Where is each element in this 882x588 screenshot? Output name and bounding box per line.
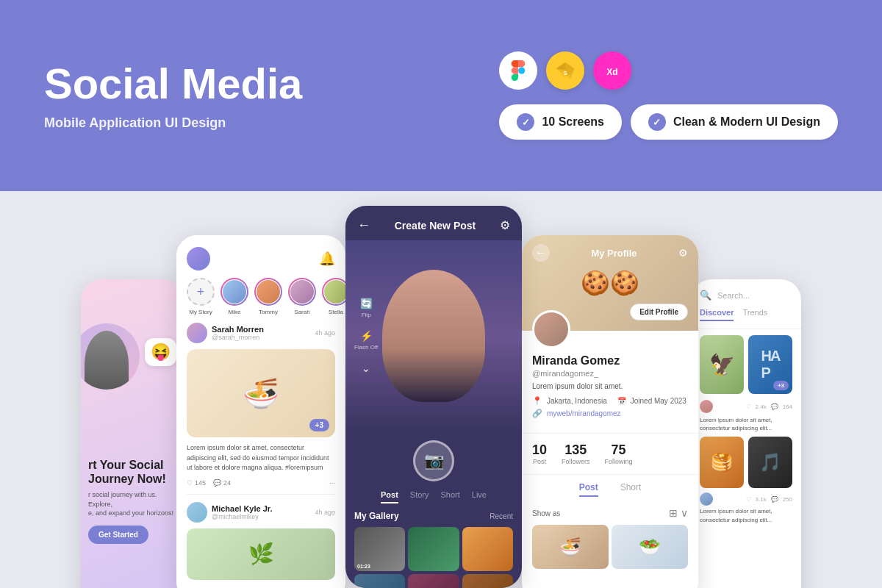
s4-item-1-content: 🍜 bbox=[532, 525, 609, 569]
s4-stat-followers: 135 Followers bbox=[562, 442, 590, 465]
heart-icon-s5-2: ♡ bbox=[746, 496, 751, 503]
s4-tab-short[interactable]: Short bbox=[620, 482, 642, 497]
s2-post-1-handle: @sarah_morren bbox=[212, 334, 264, 341]
s5-content: 🦅 HAP +3 ♡ 2.4k 💬 164 bbox=[691, 329, 801, 530]
s4-back-button[interactable]: ← bbox=[532, 244, 550, 262]
story-my[interactable]: + My Story bbox=[187, 278, 215, 315]
s4-following-count: 75 bbox=[612, 442, 626, 458]
s5-img-2[interactable]: HAP +3 bbox=[748, 335, 792, 394]
s4-grid-item-1[interactable]: 🍜 bbox=[532, 525, 609, 569]
s4-location: 📍 Jakarta, Indonesia 📅 Joined May 2023 bbox=[532, 396, 688, 406]
s4-grid-toggle[interactable]: ⊞ ∨ bbox=[669, 507, 688, 519]
story-tommy[interactable]: Tommy bbox=[254, 278, 282, 315]
s5-tab-trends[interactable]: Trends bbox=[742, 308, 767, 321]
like-count: 145 bbox=[195, 479, 206, 487]
s3-thumb-2[interactable] bbox=[408, 527, 459, 571]
comment-count: 24 bbox=[223, 479, 231, 487]
s2-post-1-user: Sarah Morren @sarah_morren bbox=[187, 323, 264, 343]
s5-search-bar[interactable]: 🔍 Search... bbox=[691, 279, 801, 308]
s3-thumb-3[interactable] bbox=[462, 527, 513, 571]
flash-icon: ⚡ bbox=[360, 330, 373, 342]
s2-comment-action[interactable]: 💬 24 bbox=[213, 479, 231, 487]
s5-post-2-avatar bbox=[700, 492, 713, 506]
s4-joined-text: Joined May 2023 bbox=[631, 397, 686, 405]
more-icon: ··· bbox=[329, 479, 335, 487]
s4-edit-button[interactable]: Edit Profile bbox=[630, 304, 688, 320]
hero-left: Social Media Mobile Application UI Desig… bbox=[44, 60, 499, 132]
sketch-icon: S bbox=[546, 51, 584, 90]
s3-capture-button[interactable]: 📷 bbox=[413, 440, 454, 481]
comment-icon-s5: 💬 bbox=[771, 404, 778, 410]
s4-gear-icon[interactable]: ⚙ bbox=[678, 247, 688, 259]
s3-back-icon[interactable]: ← bbox=[357, 218, 370, 233]
s5-img-1[interactable]: 🦅 bbox=[700, 335, 744, 394]
story-mike-avatar bbox=[223, 280, 246, 304]
person-circle-1 bbox=[81, 323, 140, 390]
s2-stories: + My Story Mike Tommy Sarah bbox=[176, 278, 345, 323]
s4-posts-label: Post bbox=[533, 458, 546, 465]
s3-tabs: Post Story Short Live bbox=[345, 490, 522, 511]
story-sarah[interactable]: Sarah bbox=[288, 278, 316, 315]
heart-icon: ♡ bbox=[187, 479, 193, 487]
s3-flash-tool[interactable]: ⚡ Flash Off bbox=[354, 330, 378, 351]
s3-face-silhouette bbox=[382, 270, 485, 402]
screen1-content: rt Your SocialJourney Now! r social jour… bbox=[81, 458, 184, 544]
get-started-button[interactable]: Get Started bbox=[88, 526, 148, 544]
story-mike[interactable]: Mike bbox=[220, 278, 248, 315]
s2-post-1-avatar bbox=[187, 323, 207, 343]
s3-more-tool[interactable]: ⌄ bbox=[354, 362, 378, 374]
link-icon: 🔗 bbox=[532, 409, 542, 418]
hero-section: Social Media Mobile Application UI Desig… bbox=[0, 0, 882, 191]
s2-post-1-name: Sarah Morren bbox=[212, 325, 264, 334]
s2-post-badge: +3 bbox=[309, 419, 329, 431]
s4-avatar-area bbox=[532, 310, 570, 348]
s3-tab-short[interactable]: Short bbox=[441, 490, 460, 503]
s3-gear-icon[interactable]: ⚙ bbox=[500, 218, 510, 232]
s3-gallery-header: My Gallery Recent bbox=[354, 511, 513, 521]
s3-title: Create New Post bbox=[395, 220, 476, 232]
s5-post-2-stats: ♡ 3.1k 💬 250 bbox=[746, 496, 792, 503]
s2-post-1: Sarah Morren @sarah_morren 4h ago 🍜 +3 L… bbox=[176, 323, 345, 487]
story-mike-name: Mike bbox=[229, 309, 241, 315]
bell-icon: 🔔 bbox=[319, 251, 335, 267]
s3-thumb-6[interactable] bbox=[462, 574, 513, 588]
s4-stat-following: 75 Following bbox=[605, 442, 633, 465]
s5-img-1-content: 🦅 bbox=[700, 335, 744, 394]
s3-gallery-grid: 01:23 00:40 bbox=[354, 527, 513, 588]
s3-thumb-1[interactable]: 01:23 bbox=[354, 527, 405, 571]
s4-profile-handle: @mirandagomez_ bbox=[532, 369, 688, 378]
s5-comment-count: 164 bbox=[783, 404, 792, 410]
s2-post-1-actions: ♡ 145 💬 24 ··· bbox=[187, 479, 335, 487]
s5-post-1-header: ♡ 2.4k 💬 164 bbox=[700, 400, 792, 413]
s3-flash-label: Flash Off bbox=[354, 344, 378, 351]
s5-tab-discover[interactable]: Discover bbox=[700, 308, 734, 321]
screen-1-card: 😝 rt Your SocialJourney Now! r social jo… bbox=[81, 279, 184, 588]
s3-thumb-4[interactable] bbox=[354, 574, 405, 588]
figma-icon bbox=[499, 51, 537, 90]
s5-search-placeholder: Search... bbox=[717, 291, 750, 300]
s3-tab-live[interactable]: Live bbox=[472, 490, 487, 503]
s4-show-as-label: Show as bbox=[532, 509, 560, 517]
s5-post-1-stats: ♡ 2.4k 💬 164 bbox=[746, 404, 792, 410]
s4-followers-label: Followers bbox=[562, 458, 590, 465]
s3-flip-tool[interactable]: 🔄 Flip bbox=[354, 298, 378, 318]
s2-like-action[interactable]: ♡ 145 bbox=[187, 479, 206, 487]
s4-profile-meta: 📍 Jakarta, Indonesia 📅 Joined May 2023 🔗… bbox=[532, 396, 688, 418]
s3-tab-post[interactable]: Post bbox=[381, 490, 398, 503]
more-tools-icon: ⌄ bbox=[362, 362, 370, 374]
story-stella[interactable]: Stella bbox=[322, 278, 345, 315]
s4-grid-item-2[interactable]: 🥗 bbox=[612, 525, 688, 569]
s4-website-text[interactable]: myweb/mirandagomez bbox=[547, 409, 621, 417]
s4-stat-posts: 10 Post bbox=[532, 442, 547, 465]
s2-more-action[interactable]: ··· bbox=[329, 479, 335, 487]
s5-search-icon: 🔍 bbox=[700, 290, 711, 301]
s3-thumb-5[interactable]: 00:40 bbox=[408, 574, 459, 588]
check-icon-1: ✓ bbox=[517, 113, 534, 131]
s4-cover: 🍪🍪 ← My Profile ⚙ Edit Profile bbox=[522, 235, 698, 331]
s5-img-4[interactable]: 🎵 bbox=[748, 437, 792, 488]
s3-tab-story[interactable]: Story bbox=[410, 490, 429, 503]
s4-tab-post[interactable]: Post bbox=[579, 482, 598, 497]
s3-header: ← Create New Post ⚙ bbox=[345, 206, 522, 240]
s4-following-label: Following bbox=[605, 458, 633, 465]
s5-img-3[interactable]: 🥞 bbox=[700, 437, 744, 488]
